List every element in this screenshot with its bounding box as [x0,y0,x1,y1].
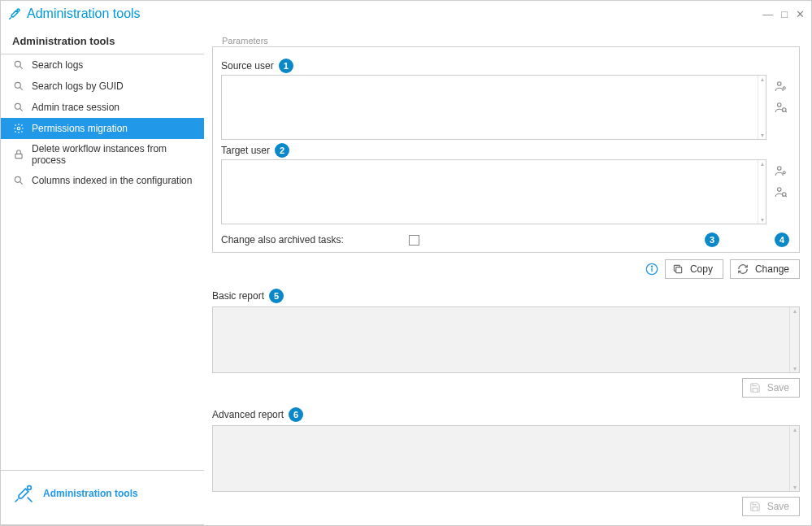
svg-point-11 [28,486,32,490]
annotation-badge-5: 5 [269,289,284,303]
search-icon [12,59,25,72]
user-add-icon[interactable] [773,78,789,94]
svg-point-3 [15,82,20,88]
svg-point-17 [778,167,782,171]
scrollbar[interactable]: ▴▾ [758,76,766,139]
basic-report-label-row: Basic report 5 [212,289,800,303]
svg-point-14 [778,103,782,107]
svg-line-21 [785,196,787,198]
svg-point-18 [783,172,785,174]
svg-point-1 [15,61,20,67]
svg-line-10 [20,181,22,184]
sidebar-item-label: Columns indexed in the configuration [32,175,192,186]
svg-rect-8 [15,154,22,158]
fieldset-legend: Parameters [219,36,271,46]
search-icon [12,101,25,114]
advanced-report-label: Advanced report [212,409,284,420]
advanced-report-box[interactable]: ▴▾ [212,425,800,492]
user-add-icon[interactable] [773,163,789,179]
source-user-row: ▴▾ [221,75,791,140]
annotation-badge-3: 3 [705,233,719,247]
annotation-badge-1: 1 [279,59,293,73]
separator [1,524,204,525]
refresh-icon [737,263,749,275]
svg-point-24 [651,266,652,267]
sidebar-item-delete-workflow[interactable]: Delete workflow instances from process [1,139,204,170]
window-controls: — □ ✕ [762,8,805,20]
svg-point-13 [783,87,785,89]
actions-row: Copy Change [212,259,800,279]
window-title: Administration tools [27,7,141,21]
sidebar-item-permissions[interactable]: Permissions migration [1,118,204,139]
sidebar-item-search-logs[interactable]: Search logs [1,54,204,76]
target-user-label-row: Target user 2 [221,143,791,158]
archive-checkbox-row: Change also archived tasks: 3 4 [221,234,791,246]
minimize-button[interactable]: — [762,8,773,20]
sidebar-footer-item[interactable]: Administration tools [1,470,204,516]
sidebar-header: Administration tools [1,27,204,54]
basic-report-box[interactable]: ▴▾ [212,306,800,373]
svg-line-2 [20,66,22,68]
search-icon [12,174,25,187]
scrollbar[interactable]: ▴▾ [789,307,799,372]
titlebar: Administration tools — □ ✕ [1,1,811,27]
save-icon [749,382,761,393]
target-user-label: Target user [221,145,270,156]
save-label: Save [767,501,789,512]
svg-line-6 [20,108,22,111]
svg-point-12 [778,82,782,86]
svg-point-0 [17,9,20,11]
gear-icon [12,122,25,135]
sidebar-footer-label: Administration tools [43,488,138,499]
target-user-listbox[interactable]: ▴▾ [221,159,766,224]
save-advanced-button[interactable]: Save [742,497,800,516]
lock-icon [12,148,25,161]
sidebar-item-label: Permissions migration [32,123,128,134]
annotation-badge-2: 2 [275,143,289,158]
source-user-actions [771,75,791,140]
svg-point-9 [15,176,20,182]
sidebar-item-label: Admin trace session [32,102,119,113]
archive-checkbox[interactable] [409,235,419,246]
svg-line-4 [20,87,22,89]
scrollbar[interactable]: ▴▾ [758,160,766,224]
svg-line-16 [785,111,787,113]
main-panel: Parameters Source user 1 ▴▾ Target [204,27,811,525]
sidebar-item-trace[interactable]: Admin trace session [1,97,204,118]
save-icon [749,501,761,512]
sidebar-item-search-guid[interactable]: Search logs by GUID [1,76,204,97]
body: Administration tools Search logs Search … [1,27,811,525]
sidebar-item-label: Search logs by GUID [32,80,124,92]
user-search-icon[interactable] [773,99,789,115]
info-icon[interactable] [645,263,658,276]
archive-checkbox-label: Change also archived tasks: [221,234,344,246]
copy-button[interactable]: Copy [665,259,723,279]
svg-point-5 [15,103,20,109]
annotation-badge-4: 4 [775,233,789,247]
sidebar: Administration tools Search logs Search … [1,27,204,525]
copy-label: Copy [690,263,713,275]
window: Administration tools — □ ✕ Administratio… [0,0,812,526]
save-basic-button[interactable]: Save [742,378,800,398]
user-search-icon[interactable] [773,184,789,200]
sidebar-item-columns[interactable]: Columns indexed in the configuration [1,170,204,191]
sidebar-item-label: Delete workflow instances from process [32,143,193,166]
save-label: Save [767,382,789,393]
close-button[interactable]: ✕ [796,8,805,20]
scrollbar[interactable]: ▴▾ [789,426,799,491]
basic-report-label: Basic report [212,290,264,302]
source-user-label: Source user [221,60,274,72]
advanced-report-actions: Save [212,497,800,516]
maximize-button[interactable]: □ [781,8,788,20]
change-button[interactable]: Change [730,259,800,279]
svg-point-7 [17,127,20,130]
source-user-listbox[interactable]: ▴▾ [221,75,766,140]
svg-rect-25 [676,267,682,273]
tools-icon [7,7,22,21]
target-user-row: ▴▾ [221,159,791,224]
target-user-actions [771,159,791,224]
sidebar-list: Search logs Search logs by GUID Admin tr… [1,54,204,470]
annotation-badge-6: 6 [289,407,303,422]
basic-report-actions: Save [212,378,800,398]
change-label: Change [755,263,789,275]
